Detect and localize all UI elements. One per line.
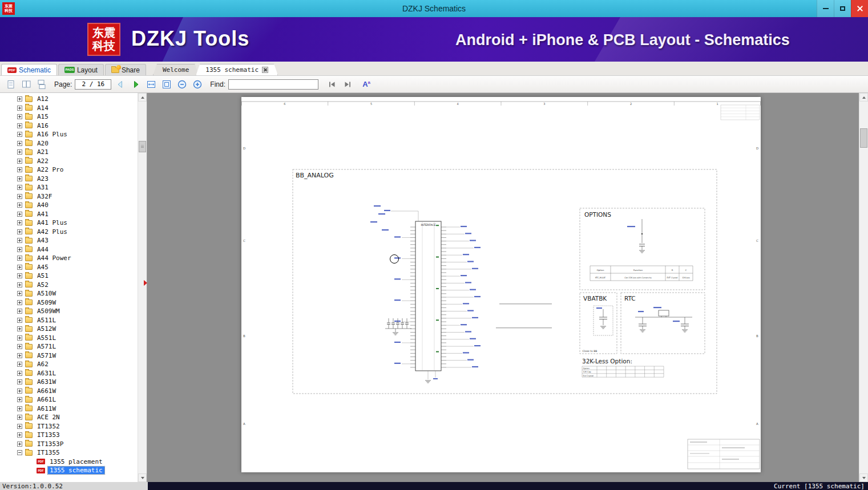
expand-icon[interactable] xyxy=(17,335,22,341)
viewer-scrollbar[interactable] xyxy=(859,93,868,482)
expand-icon[interactable] xyxy=(17,388,22,394)
tree-item-a571l[interactable]: A571L xyxy=(0,342,138,351)
tree-item-a16[interactable]: A16 xyxy=(0,122,138,131)
scroll-down-icon[interactable] xyxy=(138,473,147,482)
tab-schematic[interactable]: PDF Schematic xyxy=(1,64,57,75)
expand-icon[interactable] xyxy=(17,424,22,429)
expand-icon[interactable] xyxy=(17,300,22,305)
tree-item-a41[interactable]: A41 xyxy=(0,210,138,219)
collapse-icon[interactable] xyxy=(17,450,22,455)
sidebar-scrollbar-thumb[interactable] xyxy=(139,141,146,152)
expand-icon[interactable] xyxy=(17,229,22,234)
tree-item-a510w[interactable]: A510W xyxy=(0,289,138,298)
tree-item-a512w[interactable]: A512W xyxy=(0,325,138,334)
next-page-button[interactable] xyxy=(130,78,142,91)
expand-icon[interactable] xyxy=(17,167,22,172)
expand-icon[interactable] xyxy=(17,415,22,420)
expand-icon[interactable] xyxy=(17,212,22,217)
tree-item-a12[interactable]: A12 xyxy=(0,95,138,104)
expand-icon[interactable] xyxy=(17,309,22,314)
tree-item-a631w[interactable]: A631W xyxy=(0,378,138,387)
page-number-input[interactable] xyxy=(75,79,111,90)
tree-item-a52[interactable]: A52 xyxy=(0,281,138,290)
tree-item-a43[interactable]: A43 xyxy=(0,236,138,245)
tree-item-a31[interactable]: A31 xyxy=(0,183,138,192)
tree-item-a551l[interactable]: A551L xyxy=(0,334,138,343)
tree-item-a571w[interactable]: A571W xyxy=(0,351,138,361)
expand-icon[interactable] xyxy=(17,291,22,296)
tree-item-a22[interactable]: A22 xyxy=(0,157,138,166)
tree-item-a21[interactable]: A21 xyxy=(0,148,138,157)
expand-icon[interactable] xyxy=(17,344,22,349)
zoom-in-button[interactable] xyxy=(191,78,204,91)
expand-icon[interactable] xyxy=(17,114,22,119)
tree-item-ace-2n[interactable]: ACE 2N xyxy=(0,413,138,422)
tree-item-a44-power[interactable]: A44 Power xyxy=(0,254,138,263)
expand-icon[interactable] xyxy=(17,256,22,261)
view-facing-pages-button[interactable] xyxy=(20,78,33,91)
expand-icon[interactable] xyxy=(17,397,22,402)
tab-share[interactable]: Share xyxy=(105,64,146,75)
expand-icon[interactable] xyxy=(17,442,22,447)
tree-item-a51[interactable]: A51 xyxy=(0,272,138,281)
tree-item-a661w[interactable]: A661W xyxy=(0,387,138,396)
expand-icon[interactable] xyxy=(17,141,22,146)
tree-item-a45[interactable]: A45 xyxy=(0,263,138,272)
expand-icon[interactable] xyxy=(17,149,22,155)
tree-item-1355-placement[interactable]: PDF1355 placement xyxy=(0,457,138,467)
expand-icon[interactable] xyxy=(17,247,22,252)
tab-welcome[interactable]: Welcome xyxy=(153,64,199,75)
tree-item-it1353[interactable]: IT1353 xyxy=(0,431,138,440)
tree-item-a511l[interactable]: A511L xyxy=(0,316,138,325)
expand-icon[interactable] xyxy=(17,106,22,111)
tree-item-a611w[interactable]: A611W xyxy=(0,404,138,414)
expand-icon[interactable] xyxy=(17,132,22,137)
expand-icon[interactable] xyxy=(17,203,22,208)
tree-item-a22-pro[interactable]: A22 Pro xyxy=(0,165,138,175)
expand-icon[interactable] xyxy=(17,362,22,367)
tree-item-a20[interactable]: A20 xyxy=(0,139,138,148)
tree-item-a631l[interactable]: A631L xyxy=(0,369,138,378)
tree-item-a41-plus[interactable]: A41 Plus xyxy=(0,218,138,228)
expand-icon[interactable] xyxy=(17,379,22,384)
expand-icon[interactable] xyxy=(17,318,22,323)
expand-icon[interactable] xyxy=(17,238,22,243)
view-single-page-button[interactable] xyxy=(5,78,17,91)
find-previous-button[interactable] xyxy=(326,78,338,91)
sidebar-scrollbar[interactable] xyxy=(138,93,147,482)
expand-icon[interactable] xyxy=(17,123,22,128)
fit-page-button[interactable] xyxy=(160,78,173,91)
fit-width-button[interactable] xyxy=(145,78,158,91)
tree-item-a32f[interactable]: A32F xyxy=(0,192,138,201)
minimize-button[interactable] xyxy=(817,0,834,17)
tree-item-it1353p[interactable]: IT1353P xyxy=(0,440,138,449)
expand-icon[interactable] xyxy=(17,273,22,278)
previous-page-button[interactable] xyxy=(114,78,127,91)
tree-item-a42-plus[interactable]: A42 Plus xyxy=(0,228,138,237)
text-size-button[interactable]: Aa xyxy=(360,78,373,91)
tree-item-a40[interactable]: A40 xyxy=(0,201,138,210)
sidebar-collapse-icon[interactable] xyxy=(144,280,147,286)
scroll-up-icon[interactable] xyxy=(138,93,147,102)
tree-item-a16-plus[interactable]: A16 Plus xyxy=(0,130,138,139)
find-next-button[interactable] xyxy=(341,78,354,91)
expand-icon[interactable] xyxy=(17,406,22,411)
expand-icon[interactable] xyxy=(17,432,22,438)
viewer-scrollbar-thumb[interactable] xyxy=(860,128,867,148)
maximize-button[interactable] xyxy=(834,0,851,17)
view-continuous-button[interactable] xyxy=(35,78,48,91)
tree-item-1355-schematic[interactable]: PDF1355 schematic xyxy=(0,466,138,475)
expand-icon[interactable] xyxy=(17,220,22,225)
tab-1355-schematic[interactable]: 1355 schematic xyxy=(196,64,278,75)
expand-icon[interactable] xyxy=(17,159,22,164)
zoom-out-button[interactable] xyxy=(176,78,188,91)
tree-item-a44[interactable]: A44 xyxy=(0,245,138,254)
find-input[interactable] xyxy=(228,79,318,90)
tree-item-a23[interactable]: A23 xyxy=(0,175,138,184)
close-tab-icon[interactable] xyxy=(262,67,268,73)
tree-item-a15[interactable]: A15 xyxy=(0,112,138,122)
expand-icon[interactable] xyxy=(17,371,22,376)
tree-item-it1352[interactable]: IT1352 xyxy=(0,422,138,431)
expand-icon[interactable] xyxy=(17,176,22,181)
expand-icon[interactable] xyxy=(17,265,22,270)
